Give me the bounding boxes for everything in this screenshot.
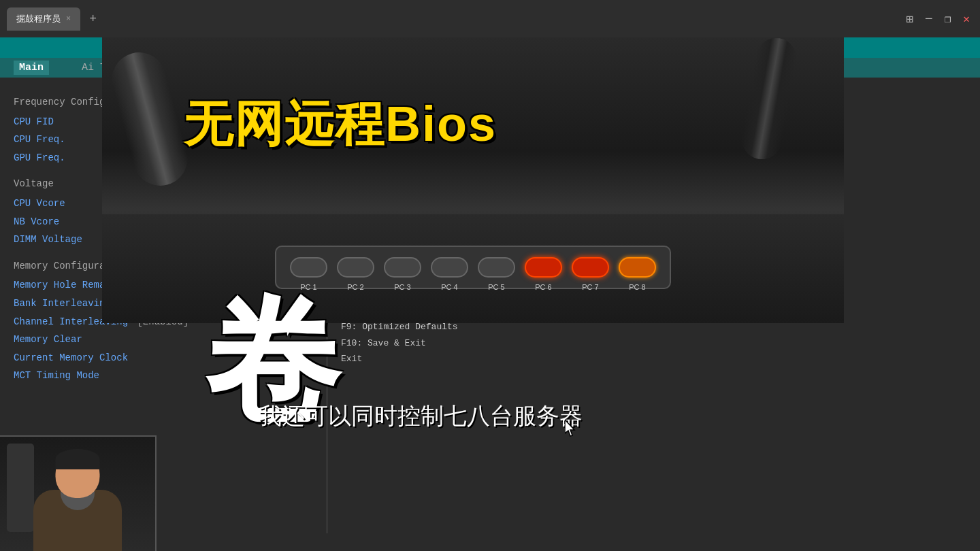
kvm-pc3[interactable]: PC 3: [384, 257, 421, 278]
taskbar-icon-1: ⊞: [906, 12, 913, 27]
kvm-btn-pc5[interactable]: [478, 257, 515, 278]
main-content: Aptio Setup Utility – Copyright (C) 2013…: [0, 37, 980, 551]
browser-chrome: 掘鼓程序员 × + ⊞ ─ ❐ ✕: [0, 0, 980, 37]
kvm-label-pc2: PC 2: [347, 283, 363, 291]
kvm-btn-pc2[interactable]: [337, 257, 374, 278]
kvm-label-pc3: PC 3: [394, 283, 410, 291]
person-silhouette: [0, 437, 155, 551]
cable-decoration-right: [738, 37, 800, 163]
kvm-pc5[interactable]: PC 5: [478, 257, 515, 278]
kvm-btn-pc6[interactable]: [525, 257, 562, 278]
new-tab-button[interactable]: +: [84, 10, 102, 29]
kvm-label-pc8: PC 8: [629, 283, 645, 291]
tab-bar: 掘鼓程序员 × +: [7, 7, 973, 31]
restore-button[interactable]: ❐: [945, 12, 951, 26]
close-window-button[interactable]: ✕: [963, 12, 970, 26]
bios-nav-main[interactable]: Main: [14, 61, 49, 75]
kvm-btn-pc3[interactable]: [384, 257, 421, 278]
overlay-title: 无网远程Bios: [184, 92, 497, 157]
kvm-pc6[interactable]: PC 6: [525, 257, 562, 278]
tab-close-button[interactable]: ×: [66, 14, 71, 24]
help-save-exit: F10: Save & Exit: [341, 335, 966, 351]
window-controls: ⊞ ─ ❐ ✕: [906, 12, 970, 27]
tab-title: 掘鼓程序员: [16, 13, 61, 25]
minimize-button[interactable]: ─: [926, 13, 932, 25]
kvm-pc8[interactable]: PC 8: [619, 257, 656, 278]
kvm-pc7[interactable]: PC 7: [572, 257, 609, 278]
kvm-pc2[interactable]: PC 2: [337, 257, 374, 278]
kvm-btn-pc8[interactable]: [619, 257, 656, 278]
kvm-btn-pc4[interactable]: [431, 257, 468, 278]
video-overlay: PC 1 PC 2 PC 3 PC 4: [102, 37, 844, 323]
kvm-btn-pc1[interactable]: [290, 257, 327, 278]
kvm-label-pc7: PC 7: [582, 283, 598, 291]
kvm-label-pc4: PC 4: [441, 283, 457, 291]
active-tab[interactable]: 掘鼓程序员 ×: [7, 7, 80, 31]
kvm-pc1[interactable]: PC 1: [290, 257, 327, 278]
kvm-btn-pc7[interactable]: [572, 257, 609, 278]
help-exit: Exit: [341, 351, 966, 367]
webcam-overlay: [0, 435, 157, 551]
kvm-pc4[interactable]: PC 4: [431, 257, 468, 278]
kvm-label-pc6: PC 6: [535, 283, 551, 291]
kvm-device: PC 1 PC 2 PC 3 PC 4: [290, 257, 656, 278]
overlay-subtitle: 我还可以同时控制七八台服务器: [259, 401, 583, 432]
camera-background: PC 1 PC 2 PC 3 PC 4: [102, 37, 844, 323]
kvm-label-pc5: PC 5: [488, 283, 504, 291]
cable-decoration-left: [105, 46, 193, 192]
